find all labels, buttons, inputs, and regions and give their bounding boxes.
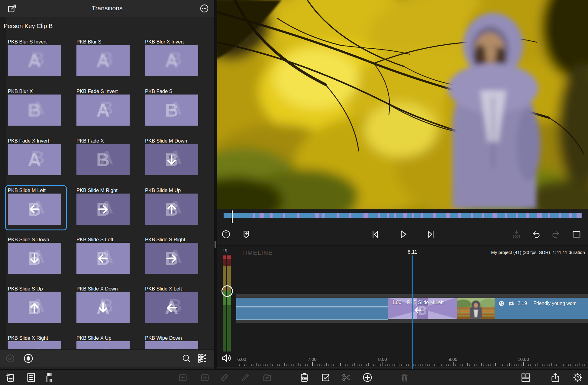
layout-icon[interactable] (519, 371, 533, 384)
clip-thumbnail[interactable] (457, 298, 495, 319)
transition-tile-pkb-slide-x-left[interactable]: PKB Slide X LeftBA (145, 286, 207, 323)
tile-thumbnail: AB (76, 341, 130, 349)
display-frame-icon[interactable] (570, 228, 583, 241)
tile-thumbnail: BA (76, 95, 130, 126)
ruler-tick (486, 364, 486, 366)
popout-icon[interactable] (5, 2, 19, 15)
ruler-tick (272, 364, 273, 366)
timeline-scrollbar[interactable] (217, 367, 588, 368)
transition-tile-pkb-slide-s-down[interactable]: PKB Slide S DownAB (8, 236, 69, 274)
tile-thumbnail: AB (8, 243, 61, 274)
transition-tile-pkb-fade-s[interactable]: PKB Fade SAB (145, 88, 207, 126)
outgoing-clip[interactable] (236, 298, 388, 320)
play-icon[interactable] (396, 227, 410, 241)
transition-tile-pkb-fade-x[interactable]: PKB Fade XAB (76, 138, 138, 175)
transition-tile-pkb-blur-x[interactable]: PKB Blur XAB (8, 88, 69, 126)
transition-tile-pkb-slide-m-right[interactable]: PKB Slide M RightAB (76, 187, 138, 225)
scrubber-segment (387, 213, 389, 218)
skip-to-end-icon[interactable] (425, 228, 438, 241)
transition-tile-pkb-blur-s-invert[interactable]: PKB Blur S InvertBA (8, 39, 69, 76)
transition-tile-pkb-blur-s[interactable]: PKB Blur SBA (76, 39, 138, 76)
effects-icon (507, 300, 515, 307)
tile-thumbnail: AB (76, 194, 130, 225)
multi-select-icon[interactable] (319, 371, 332, 384)
render-icon[interactable] (510, 228, 523, 241)
ruler-tick (505, 364, 505, 366)
transition-tile-pkb-blur-x-invert[interactable]: PKB Blur X InvertBA (145, 39, 207, 76)
ruler-tick (488, 364, 489, 366)
transition-tile-pkb-slide-m-down[interactable]: PKB Slide M DownAB (145, 138, 207, 175)
tile-label: PKB Slide X Left (145, 286, 207, 292)
transition-tile-pkb-slide-m-up[interactable]: PKB Slide M UpAB (145, 187, 207, 225)
ruler-tick (490, 364, 491, 366)
ruler-tick (319, 364, 320, 366)
new-project-icon[interactable] (4, 371, 18, 384)
transition-tile-pkb-slide-s-right[interactable]: PKB Slide S RightAB (145, 236, 207, 274)
transition-tile-pkb-slide-x-right[interactable]: PKB Slide X RightAB (8, 335, 69, 349)
preview-scrubber[interactable] (224, 213, 582, 218)
transition-tile-pkb-fade-s-invert[interactable]: PKB Fade S InvertBA (76, 88, 138, 126)
ruler-tick (577, 364, 578, 366)
panel-divider[interactable] (214, 0, 217, 369)
ruler-tick (467, 363, 468, 366)
transition-tile-pkb-slide-x-down[interactable]: PKB Slide X DownBA (76, 286, 138, 323)
ruler-tick (493, 364, 493, 366)
ruler-tick (495, 363, 496, 366)
ruler-tick (551, 363, 552, 366)
add-marker-icon[interactable] (240, 228, 253, 241)
tile-thumbnail: AB (8, 292, 61, 323)
ruler-tick (547, 364, 548, 366)
clipboard-icon[interactable] (298, 371, 311, 384)
audio-meter-left (223, 255, 226, 351)
audio-level-knob[interactable] (221, 285, 233, 297)
more-options-icon[interactable] (198, 2, 211, 15)
timeline-layout-icon[interactable] (42, 371, 56, 384)
scrubber-segment (516, 213, 518, 218)
transition-tile-pkb-wipe-down[interactable]: PKB Wipe DownAB (145, 335, 207, 349)
project-details-icon[interactable] (24, 371, 38, 384)
timeline-title: TIMELINE (241, 249, 273, 256)
timeline-panel: +0 TIMELINE 8.11 My project (41) (30 fps… (217, 245, 588, 369)
transition-clip[interactable]: B 1.00 PKB Slide M Left (388, 298, 457, 319)
preview-controls (217, 209, 588, 245)
skip-to-start-icon[interactable] (368, 228, 382, 241)
transition-tile-pkb-slide-s-up[interactable]: PKB Slide S UpAB (8, 286, 69, 323)
transition-tile-pkb-slide-s-left[interactable]: PKB Slide S LeftAB (76, 236, 138, 274)
ruler-tick (540, 364, 540, 366)
scrubber-segment (363, 213, 368, 218)
incoming-clip[interactable]: 2.19 Friendly young wom (495, 298, 588, 319)
tile-label: PKB Wipe Down (145, 335, 207, 341)
preview-playhead[interactable] (232, 210, 233, 223)
ruler-tick (465, 364, 465, 366)
ruler-tick (258, 364, 259, 366)
tile-letter: B (145, 341, 198, 349)
help-icon[interactable]: ? (571, 371, 585, 384)
ruler-tick (389, 364, 390, 366)
info-icon[interactable] (220, 228, 232, 241)
ruler-tick (573, 364, 573, 366)
arrow-up-icon (76, 341, 130, 349)
timeline-playhead[interactable] (412, 255, 413, 369)
share-icon[interactable] (548, 371, 562, 384)
redo-icon[interactable] (549, 228, 562, 241)
scrubber-segment (412, 213, 414, 218)
undo-icon[interactable] (530, 228, 543, 241)
confirm-icon[interactable] (4, 352, 17, 365)
transition-tile-pkb-slide-m-left[interactable]: PKB Slide M LeftAB (8, 187, 69, 225)
ruler-tick (345, 364, 346, 366)
insert-icon[interactable] (361, 371, 374, 384)
search-icon[interactable] (180, 352, 193, 365)
tile-thumbnail: AB (145, 95, 198, 126)
panel-divider-handle[interactable] (215, 241, 216, 248)
preset-manager-icon[interactable] (195, 352, 208, 365)
record-preview-icon[interactable] (22, 352, 35, 365)
scrubber-segment (482, 213, 484, 218)
arrow-right-icon (8, 341, 61, 349)
ruler-tick (538, 363, 538, 366)
ruler-tick (544, 364, 545, 366)
transition-tile-pkb-slide-x-up[interactable]: PKB Slide X UpAB (76, 335, 138, 349)
transition-tile-pkb-fade-x-invert[interactable]: PKB Fade X InvertBA (8, 138, 69, 175)
ruler-tick (394, 364, 395, 366)
ruler-tick (498, 364, 498, 366)
ruler-tick (561, 364, 561, 366)
